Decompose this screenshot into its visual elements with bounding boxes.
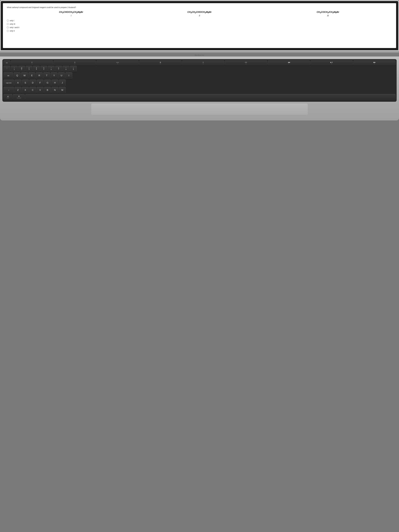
key-x[interactable]: X (22, 87, 29, 93)
compound-1: CH3CHO/CH3CH2MgBr I (7, 11, 135, 17)
key-command[interactable]: ⌘ command (13, 94, 25, 100)
compound-2-numeral: II (135, 14, 264, 17)
key-f8[interactable]: ▶⏸ F8 (310, 60, 353, 65)
zxcv-row: ⇧ Z X C V B N M (3, 87, 396, 93)
option-3-row[interactable]: only I and II (7, 26, 392, 29)
alt-label: alt (7, 95, 9, 97)
brightness-up-icon: ☀ (74, 62, 76, 63)
brightness-down-icon: ☀ (31, 62, 33, 63)
macbook-label: MacBook Air (195, 54, 204, 56)
compound-2: CH3CH2CHO/CH3MgBr II (135, 11, 264, 17)
key-r[interactable]: R (36, 72, 43, 79)
key-5[interactable]: % 5 (40, 66, 47, 72)
keyboard: esc ☀ F1 ☀ F2 ▭▭ F3 ⊞ F4 (2, 59, 397, 102)
key-7[interactable]: & 7 (55, 66, 62, 72)
option-3-radio[interactable] (7, 26, 9, 28)
key-1[interactable]: ! 1 (11, 66, 18, 72)
rewind-icon: ◀◀ (288, 62, 290, 63)
option-2-radio[interactable] (7, 23, 9, 25)
key-c[interactable]: C (29, 87, 36, 93)
key-h[interactable]: H (51, 80, 58, 86)
fast-forward-icon: ▶▶ (374, 62, 375, 63)
key-b[interactable]: B (44, 87, 51, 93)
screen-content: What carbonyl compound and Grignard reag… (3, 3, 396, 48)
option-4-radio[interactable] (7, 30, 9, 32)
tab-label: tab (7, 75, 9, 76)
key-j[interactable]: J (59, 80, 66, 86)
touchpad[interactable] (91, 103, 308, 115)
key-f7[interactable]: ◀◀ F7 (268, 60, 310, 65)
key-w[interactable]: W (21, 72, 28, 79)
qwerty-row: tab Q W E R T Y U I (3, 72, 396, 79)
compound-2-formula: CH3CH2CHO/CH3MgBr (135, 11, 264, 14)
play-pause-icon: ▶⏸ (330, 62, 333, 63)
key-m[interactable]: M (59, 87, 66, 93)
hinge-bar (0, 51, 399, 53)
key-s[interactable]: S (22, 80, 29, 86)
key-4[interactable]: $ 4 (33, 66, 40, 72)
key-n[interactable]: N (51, 87, 58, 93)
key-f4[interactable]: ⊞ F4 (139, 60, 181, 65)
key-f5[interactable]: ✦ F5 (182, 60, 224, 65)
key-v[interactable]: V (37, 87, 44, 93)
key-f9[interactable]: ▶▶ F9 (353, 60, 396, 65)
screen-lid: What carbonyl compound and Grignard reag… (0, 0, 399, 51)
key-f1[interactable]: ☀ F1 (11, 60, 53, 65)
key-d[interactable]: D (29, 80, 36, 86)
key-backtick[interactable]: ~ ` (3, 66, 10, 72)
options-list: only I only III only I and II only II (7, 19, 392, 32)
asdf-row: caps lock A S D F G H J (3, 80, 396, 86)
option-1-label: only I (10, 19, 14, 22)
key-f6[interactable]: ✦✦ F6 (225, 60, 267, 65)
key-8[interactable]: * 8 (63, 66, 70, 72)
question-text: What carbonyl compound and Grignard reag… (7, 6, 392, 8)
key-y[interactable]: Y (51, 72, 57, 79)
shift-left-label: ⇧ (8, 89, 9, 91)
key-alt[interactable]: alt option (3, 94, 13, 100)
key-u[interactable]: U (58, 72, 65, 79)
keyboard-brightness-up-icon: ✦✦ (245, 62, 247, 63)
key-f[interactable]: F (37, 80, 44, 86)
cmd-icon: ⌘ (18, 95, 20, 97)
key-i[interactable]: I (65, 72, 72, 79)
laptop-wrapper: What carbonyl compound and Grignard reag… (0, 0, 399, 120)
key-3[interactable]: # 3 (25, 66, 32, 72)
key-z[interactable]: Z (14, 87, 21, 93)
command-sub-label: command (17, 97, 21, 99)
compound-3-numeral: III (264, 14, 392, 17)
option-2-row[interactable]: only III (7, 23, 392, 25)
option-4-row[interactable]: only II (7, 30, 392, 32)
key-shift-left[interactable]: ⇧ (3, 87, 14, 93)
compounds-row: CH3CHO/CH3CH2MgBr I CH3CH2CHO/CH3MgBr II… (7, 11, 392, 17)
key-q[interactable]: Q (14, 72, 21, 79)
macbook-label-row: MacBook Air (0, 53, 399, 57)
key-2[interactable]: @ 2 (18, 66, 25, 72)
key-tab[interactable]: tab (3, 72, 13, 79)
key-f3[interactable]: ▭▭ F3 (96, 60, 139, 65)
key-f2[interactable]: ☀ F2 (54, 60, 96, 65)
key-caps-lock[interactable]: caps lock (3, 80, 14, 86)
key-esc[interactable]: esc (3, 60, 10, 65)
mission-control-icon: ▭▭ (116, 62, 119, 63)
option-4-label: only II (10, 30, 15, 32)
key-9[interactable]: ( 9 (70, 66, 77, 72)
key-t[interactable]: T (43, 72, 50, 79)
launchpad-icon: ⊞ (160, 62, 161, 63)
option-1-radio[interactable] (7, 20, 9, 21)
option-2-label: only III (10, 23, 15, 25)
key-a[interactable]: A (14, 80, 21, 86)
option-3-label: only I and II (10, 26, 19, 29)
keyboard-base: esc ☀ F1 ☀ F2 ▭▭ F3 ⊞ F4 (0, 57, 399, 120)
key-6[interactable]: ^ 6 (48, 66, 55, 72)
screen-bezel: What carbonyl compound and Grignard reag… (1, 1, 398, 50)
caps-lock-label: caps lock (6, 82, 12, 84)
key-spacebar[interactable] (25, 94, 396, 100)
keyboard-brightness-down-icon: ✦ (203, 62, 204, 63)
bottom-row: alt option ⌘ command (3, 94, 396, 100)
compound-1-formula: CH3CHO/CH3CH2MgBr (7, 11, 135, 14)
fn-row: esc ☀ F1 ☀ F2 ▭▭ F3 ⊞ F4 (3, 60, 396, 65)
option-1-row[interactable]: only I (7, 19, 392, 22)
num-row: ~ ` ! 1 @ 2 # 3 $ 4 (3, 66, 396, 72)
key-g[interactable]: G (44, 80, 51, 86)
key-e[interactable]: E (29, 72, 35, 79)
